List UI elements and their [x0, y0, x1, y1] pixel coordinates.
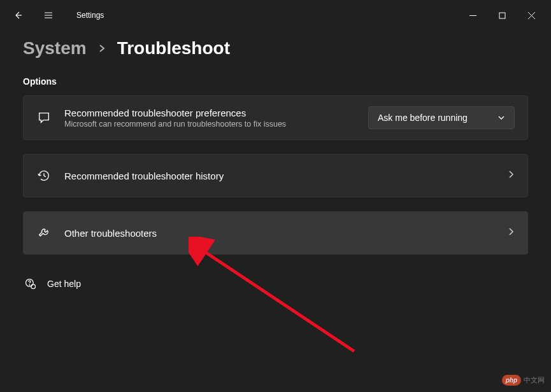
titlebar-left: Settings	[5, 3, 104, 28]
window-controls	[458, 5, 546, 25]
close-button[interactable]	[517, 5, 546, 25]
maximize-button[interactable]	[487, 5, 517, 25]
svg-point-3	[31, 284, 36, 289]
breadcrumb-current: Troubleshoot	[117, 38, 230, 59]
close-icon	[528, 12, 535, 19]
card-title: Other troubleshooters	[64, 228, 507, 239]
card-text: Recommended troubleshooter history	[64, 171, 507, 181]
maximize-icon	[499, 12, 506, 19]
chevron-right-icon	[507, 170, 515, 181]
wrench-icon	[36, 225, 52, 241]
back-button[interactable]	[5, 3, 31, 28]
chevron-down-icon	[497, 114, 505, 122]
dropdown-value: Ask me before running	[378, 113, 468, 123]
card-text: Other troubleshooters	[64, 228, 507, 239]
breadcrumb: System Troubleshoot	[23, 38, 528, 59]
svg-rect-0	[499, 13, 505, 18]
back-arrow-icon	[13, 10, 23, 20]
minimize-button[interactable]	[458, 5, 487, 25]
get-help-link[interactable]: Get help	[23, 277, 528, 290]
watermark: php 中文网	[502, 375, 545, 386]
chevron-right-icon	[507, 227, 515, 239]
breadcrumb-parent[interactable]: System	[23, 38, 87, 59]
preferences-dropdown[interactable]: Ask me before running	[368, 106, 515, 129]
other-troubleshooters-card[interactable]: Other troubleshooters	[23, 211, 528, 255]
titlebar: Settings	[0, 0, 551, 31]
menu-button[interactable]	[36, 3, 61, 28]
watermark-badge: php	[502, 375, 521, 386]
chat-icon	[36, 110, 52, 125]
content-area: System Troubleshoot Options Recommended …	[0, 31, 551, 290]
help-label: Get help	[47, 279, 81, 289]
help-icon	[24, 277, 37, 290]
history-card[interactable]: Recommended troubleshooter history	[23, 154, 528, 197]
watermark-text: 中文网	[524, 375, 545, 385]
svg-point-2	[29, 284, 30, 285]
card-title: Recommended troubleshooter preferences	[64, 108, 368, 118]
history-icon	[36, 168, 52, 183]
app-title: Settings	[76, 11, 104, 20]
card-subtitle: Microsoft can recommend and run troubles…	[64, 120, 368, 129]
recommended-preferences-card[interactable]: Recommended troubleshooter preferences M…	[23, 95, 528, 140]
minimize-icon	[469, 12, 476, 19]
card-title: Recommended troubleshooter history	[64, 171, 507, 181]
chevron-right-icon	[98, 41, 106, 56]
section-title: Options	[23, 76, 528, 87]
hamburger-icon	[43, 10, 54, 20]
card-text: Recommended troubleshooter preferences M…	[64, 108, 368, 129]
